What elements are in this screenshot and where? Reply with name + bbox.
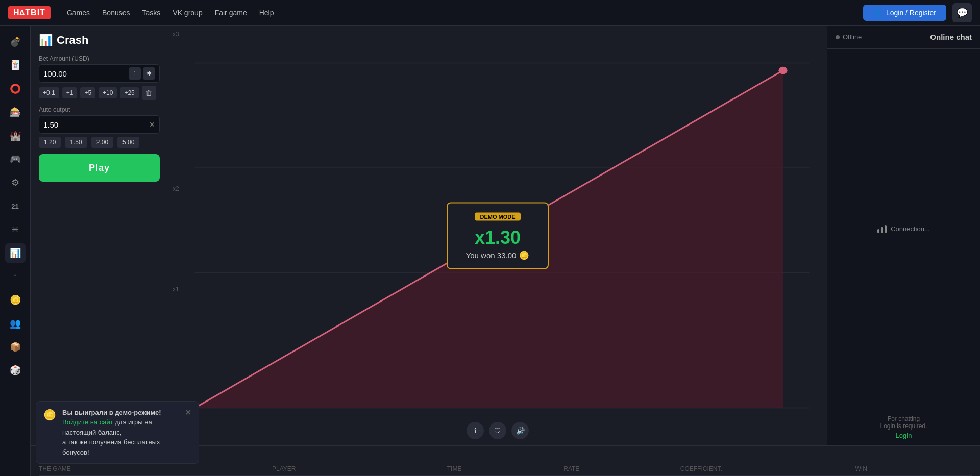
chat-body: Connection... [827,49,980,409]
chat-panel: Offline Online chat Connection... [827,26,980,445]
bet-amount-input[interactable] [43,69,129,78]
toast-line3: а так же получения бесплатных бонусов! [62,438,160,456]
game-title: 📊 Crash [39,34,160,47]
bar1 [877,229,879,233]
sidebar-item-chips[interactable]: 🎰 [5,102,26,122]
multiply-button[interactable]: ✱ [143,67,155,80]
auto-output-label: Auto output [39,106,160,113]
canvas-bottom-controls: ℹ 🛡 🔊 [467,422,529,439]
bar2 [881,227,883,233]
chat-footer: For chatting Login is required. Login [827,409,980,445]
sidebar-item-group[interactable]: 👥 [5,313,26,334]
quick-add-row: +0.1 +1 +5 +10 +25 🗑 [39,86,160,100]
y-label-x3: x3 [173,31,179,38]
preset-1.50[interactable]: 1.50 [65,137,87,148]
bar3 [885,225,887,233]
chat-title: Online chat [930,33,972,41]
quick-add-1[interactable]: +1 [62,87,78,98]
sidebar-item-twentyone[interactable]: 21 [5,196,26,216]
col-rate: RATE [564,465,680,472]
divide-button[interactable]: ÷ [129,67,141,80]
y-label-x2: x2 [173,185,179,192]
topnav-links: Games Bonuses Tasks VK group Fair game H… [67,9,851,17]
nav-games[interactable]: Games [67,9,90,17]
multiplier-display: x1.30 [460,227,535,248]
quick-add-0.1[interactable]: +0.1 [39,87,59,98]
topnav: H∆TBIT Games Bonuses Tasks VK group Fair… [0,0,980,26]
topnav-right: 👤 Login / Register 💬 [863,3,972,22]
demo-popup: DEMO MODE x1.30 You won 33.00 🪙 [447,202,549,269]
col-win: WIN [855,465,972,472]
nav-fairgame[interactable]: Fair game [215,9,247,17]
col-player: PLAYER [272,465,447,472]
sidebar-item-castle[interactable]: 🏰 [5,126,26,146]
col-time: TIME [447,465,564,472]
auto-output-input[interactable] [43,120,149,129]
toast-notification: 🪙 Вы выиграли в демо-режиме! Войдите на … [36,401,199,464]
nav-bonuses[interactable]: Bonuses [102,9,130,17]
sound-control-button[interactable]: 🔊 [511,422,529,439]
auto-output-clear-button[interactable]: ✕ [149,120,155,129]
sidebar-item-stack[interactable]: 🎲 [5,360,26,381]
bet-amount-input-row: ÷ ✱ [39,64,160,83]
logo[interactable]: H∆TBIT [8,6,51,19]
sidebar-item-chart[interactable]: 📊 [5,243,26,263]
connection-status: Connection... [877,225,930,233]
nav-tasks[interactable]: Tasks [142,9,161,17]
won-display: You won 33.00 🪙 [460,250,535,260]
info-control-button[interactable]: ℹ [467,422,484,439]
game-title-icon: 📊 [39,34,53,47]
col-game: THE GAME [39,465,272,472]
chat-toggle-button[interactable]: 💬 [952,3,972,22]
chat-footer-text: For chatting [888,415,920,422]
sidebar-item-spinner[interactable]: ⭕ [5,79,26,99]
quick-add-10[interactable]: +10 [99,87,117,98]
preset-2.00[interactable]: 2.00 [91,137,113,148]
shield-control-button[interactable]: 🛡 [489,422,506,439]
game-section: 📊 Crash Bet Amount (USD) ÷ ✱ +0.1 [31,26,980,445]
sidebar-item-gear[interactable]: ⚙ [5,172,26,193]
table-header: THE GAME PLAYER TIME RATE Coefficient. W… [39,462,972,476]
toast-line1: Вы выиграли в демо-режиме! [62,409,161,416]
nav-vkgroup[interactable]: VK group [173,9,202,17]
game-canvas: x3 x2 x1 x0 DEMO MODE x1.30 You won 33.0… [168,26,827,445]
clear-bet-button[interactable]: 🗑 [142,86,156,100]
y-label-x1: x1 [173,286,179,293]
chat-header: Offline Online chat [827,26,980,49]
sidebar-item-arrow[interactable]: ↑ [5,266,26,287]
bet-amount-label: Bet Amount (USD) [39,55,160,62]
chat-footer-subtext: Login is required. [880,422,927,430]
message-icon: 💬 [957,7,968,18]
nav-help[interactable]: Help [259,9,274,17]
preset-1.20[interactable]: 1.20 [39,137,61,148]
sidebar-item-box[interactable]: 📦 [5,337,26,357]
quick-add-25[interactable]: +25 [120,87,138,98]
toast-text: Вы выиграли в демо-режиме! Войдите на са… [62,408,179,458]
bars-icon [877,225,887,233]
offline-label: Offline [843,33,862,41]
auto-output-input-row: ✕ [39,115,160,134]
sidebar-item-coin[interactable]: 🪙 [5,290,26,310]
preset-5.00[interactable]: 5.00 [117,137,139,148]
sidebar: 💣 🃏 ⭕ 🎰 🏰 🎮 ⚙ 21 ✳ 📊 ↑ 🪙 👥 📦 🎲 [0,26,31,476]
col-coefficient: Coefficient. [680,465,855,472]
sidebar-item-bomb[interactable]: 💣 [5,32,26,52]
control-panel: 📊 Crash Bet Amount (USD) ÷ ✱ +0.1 [31,26,168,445]
won-coin-icon: 🪙 [519,250,529,260]
play-button[interactable]: Play [39,154,160,182]
sidebar-item-cards[interactable]: 🃏 [5,55,26,76]
auto-presets: 1.20 1.50 2.00 5.00 [39,137,160,148]
chat-login-link[interactable]: Login [836,432,972,439]
status-dot [836,35,840,39]
demo-badge: DEMO MODE [475,212,520,220]
sidebar-item-slot[interactable]: 🎮 [5,149,26,169]
sidebar-item-asterisk[interactable]: ✳ [5,219,26,240]
login-icon: 👤 [873,9,882,17]
login-button[interactable]: 👤 Login / Register [863,5,946,21]
bet-amount-section: Bet Amount (USD) ÷ ✱ +0.1 +1 +5 +10 +25 [39,55,160,100]
bet-input-actions: ÷ ✱ [129,67,155,80]
toast-link[interactable]: Войдите на сайт [62,418,113,426]
quick-add-5[interactable]: +5 [80,87,95,98]
toast-close-button[interactable]: ✕ [185,408,191,417]
toast-icon: 🪙 [43,409,56,421]
